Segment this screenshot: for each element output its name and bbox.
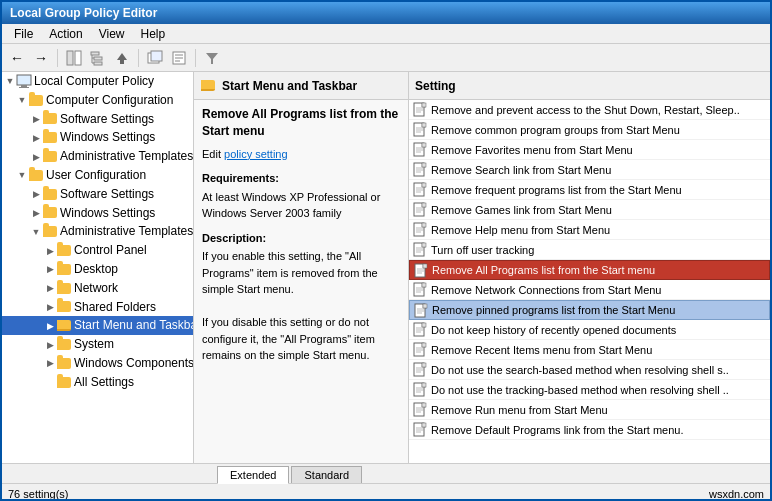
tree-item-shared-folders[interactable]: ▶ Shared Folders bbox=[2, 298, 193, 317]
settings-header: Setting bbox=[409, 72, 770, 100]
folder-shared-icon bbox=[56, 299, 72, 315]
toggle-network[interactable]: ▶ bbox=[44, 282, 56, 294]
setting-item-5[interactable]: Remove Games link from Start Menu bbox=[409, 200, 770, 220]
setting-item-4[interactable]: Remove frequent programs list from the S… bbox=[409, 180, 770, 200]
folder-desktop-icon bbox=[56, 261, 72, 277]
setting-item-13[interactable]: Do not use the search-based method when … bbox=[409, 360, 770, 380]
toggle-admin-templates-cc[interactable]: ▶ bbox=[30, 151, 42, 163]
menu-file[interactable]: File bbox=[6, 25, 41, 43]
toggle-windows-components[interactable]: ▶ bbox=[44, 357, 56, 369]
up-button[interactable] bbox=[111, 47, 133, 69]
menu-action[interactable]: Action bbox=[41, 25, 90, 43]
setting-item-12[interactable]: Remove Recent Items menu from Start Menu bbox=[409, 340, 770, 360]
setting-icon-16 bbox=[413, 423, 427, 437]
setting-item-8[interactable]: Remove All Programs list from the Start … bbox=[409, 260, 770, 280]
tree-item-windows-settings-cc[interactable]: ▶ Windows Settings bbox=[2, 128, 193, 147]
menu-help[interactable]: Help bbox=[133, 25, 174, 43]
toolbar-separator-2 bbox=[138, 49, 139, 67]
toggle-desktop[interactable]: ▶ bbox=[44, 263, 56, 275]
toggle-windows-settings-cc[interactable]: ▶ bbox=[30, 132, 42, 144]
setting-item-3[interactable]: Remove Search link from Start Menu bbox=[409, 160, 770, 180]
setting-text-8: Remove All Programs list from the Start … bbox=[432, 264, 765, 276]
toggle-computer-configuration[interactable]: ▼ bbox=[16, 94, 28, 106]
svg-rect-70 bbox=[423, 264, 427, 268]
setting-item-11[interactable]: Do not keep history of recently opened d… bbox=[409, 320, 770, 340]
tree-label-system: System bbox=[74, 336, 114, 353]
show-hide-button[interactable] bbox=[63, 47, 85, 69]
setting-text-3: Remove Search link from Start Menu bbox=[431, 164, 766, 176]
tree-item-windows-components[interactable]: ▶ Windows Components bbox=[2, 354, 193, 373]
back-button[interactable]: ← bbox=[6, 47, 28, 69]
toggle-software-settings-cc[interactable]: ▶ bbox=[30, 113, 42, 125]
toggle-start-menu[interactable]: ▶ bbox=[44, 320, 56, 332]
tree-item-admin-templates-uc[interactable]: ▼ Administrative Templates bbox=[2, 222, 193, 241]
tree-item-desktop[interactable]: ▶ Desktop bbox=[2, 260, 193, 279]
setting-text-16: Remove Default Programs link from the St… bbox=[431, 424, 766, 436]
folder-at-cc-icon bbox=[42, 149, 58, 165]
properties-button[interactable] bbox=[168, 47, 190, 69]
tree-item-system[interactable]: ▶ System bbox=[2, 335, 193, 354]
tree-item-software-settings-uc[interactable]: ▶ Software Settings bbox=[2, 185, 193, 204]
filter-button[interactable] bbox=[201, 47, 223, 69]
tree-item-all-settings[interactable]: ▶ All Settings bbox=[2, 373, 193, 392]
setting-item-9[interactable]: Remove Network Connections from Start Me… bbox=[409, 280, 770, 300]
toggle-software-settings-uc[interactable]: ▶ bbox=[30, 188, 42, 200]
tree-button[interactable] bbox=[87, 47, 109, 69]
setting-icon-15 bbox=[413, 403, 427, 417]
toolbar: ← → bbox=[2, 44, 770, 72]
tree-label-windows-settings-uc: Windows Settings bbox=[60, 205, 155, 222]
setting-item-2[interactable]: Remove Favorites menu from Start Menu bbox=[409, 140, 770, 160]
setting-item-0[interactable]: Remove and prevent access to the Shut Do… bbox=[409, 100, 770, 120]
tree-item-user-configuration[interactable]: ▼ User Configuration bbox=[2, 166, 193, 185]
toggle-control-panel[interactable]: ▶ bbox=[44, 245, 56, 257]
svg-rect-0 bbox=[67, 51, 73, 65]
toolbar-separator-1 bbox=[57, 49, 58, 67]
tree-item-computer-configuration[interactable]: ▼ Computer Configuration bbox=[2, 91, 193, 110]
toggle-admin-templates-uc[interactable]: ▼ bbox=[30, 226, 42, 238]
toggle-user-configuration[interactable]: ▼ bbox=[16, 169, 28, 181]
toggle-windows-settings-uc[interactable]: ▶ bbox=[30, 207, 42, 219]
setting-text-14: Do not use the tracking-based method whe… bbox=[431, 384, 766, 396]
setting-item-16[interactable]: Remove Default Programs link from the St… bbox=[409, 420, 770, 440]
toolbar-separator-3 bbox=[195, 49, 196, 67]
toggle-local-computer-policy[interactable]: ▼ bbox=[4, 75, 16, 87]
menu-view[interactable]: View bbox=[91, 25, 133, 43]
new-window-button[interactable] bbox=[144, 47, 166, 69]
tree-panel[interactable]: ▼ Local Computer Policy ▼ Computer Confi… bbox=[2, 72, 194, 463]
tab-standard[interactable]: Standard bbox=[291, 466, 362, 483]
setting-item-7[interactable]: Turn off user tracking bbox=[409, 240, 770, 260]
tree-label-software-settings-cc: Software Settings bbox=[60, 111, 154, 128]
setting-item-10[interactable]: Remove pinned programs list from the Sta… bbox=[409, 300, 770, 320]
setting-icon-4 bbox=[413, 183, 427, 197]
setting-text-1: Remove common program groups from Start … bbox=[431, 124, 766, 136]
setting-icon-8 bbox=[414, 263, 428, 277]
tree-item-windows-settings-uc[interactable]: ▶ Windows Settings bbox=[2, 204, 193, 223]
setting-item-6[interactable]: Remove Help menu from Start Menu bbox=[409, 220, 770, 240]
toggle-system[interactable]: ▶ bbox=[44, 339, 56, 351]
tree-item-software-settings-cc[interactable]: ▶ Software Settings bbox=[2, 110, 193, 129]
tree-label-control-panel: Control Panel bbox=[74, 242, 147, 259]
tab-extended[interactable]: Extended bbox=[217, 466, 289, 484]
setting-icon-11 bbox=[413, 323, 427, 337]
svg-rect-118 bbox=[422, 423, 426, 427]
setting-item-14[interactable]: Do not use the tracking-based method whe… bbox=[409, 380, 770, 400]
settings-panel: Setting Remove and prevent access to the… bbox=[409, 72, 770, 463]
toggle-shared-folders[interactable]: ▶ bbox=[44, 301, 56, 313]
svg-rect-52 bbox=[422, 203, 426, 207]
tree-item-network[interactable]: ▶ Network bbox=[2, 279, 193, 298]
forward-button[interactable]: → bbox=[30, 47, 52, 69]
desc-requirements-label: Requirements: bbox=[202, 170, 400, 187]
setting-item-15[interactable]: Remove Run menu from Start Menu bbox=[409, 400, 770, 420]
settings-column-header: Setting bbox=[415, 79, 456, 93]
tree-item-admin-templates-cc[interactable]: ▶ Administrative Templates bbox=[2, 147, 193, 166]
tree-item-local-computer-policy[interactable]: ▼ Local Computer Policy bbox=[2, 72, 193, 91]
setting-item-1[interactable]: Remove common program groups from Start … bbox=[409, 120, 770, 140]
svg-rect-9 bbox=[120, 60, 124, 64]
tree-label-shared-folders: Shared Folders bbox=[74, 299, 156, 316]
svg-rect-11 bbox=[151, 51, 162, 61]
policy-setting-link[interactable]: policy setting bbox=[224, 148, 288, 160]
desc-panel-header: Start Menu and Taskbar bbox=[194, 72, 408, 100]
tree-item-start-menu-taskbar[interactable]: ▶ Start Menu and Taskbar bbox=[2, 316, 193, 335]
svg-rect-18 bbox=[21, 85, 27, 87]
tree-item-control-panel[interactable]: ▶ Control Panel bbox=[2, 241, 193, 260]
